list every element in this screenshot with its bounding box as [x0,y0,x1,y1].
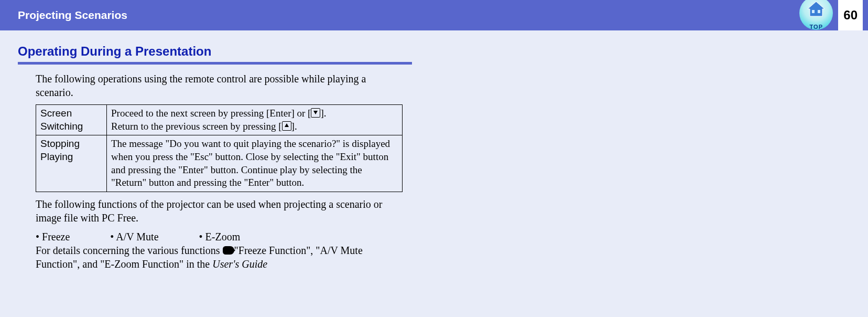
desc-text: Return to the previous screen by pressin… [111,121,282,132]
page-header-title: Projecting Scenarios [18,9,127,22]
desc-text: ]. [291,121,297,132]
content-area: Operating During a Presentation The foll… [0,30,414,271]
top-label: TOP [799,24,833,30]
svg-marker-0 [808,2,824,16]
bullet-row: • Freeze • A/V Mute • E-Zoom [36,230,403,244]
home-icon [807,2,826,17]
row-desc: The message "Do you want to quit playing… [107,135,403,192]
desc-text: ]. [320,108,326,119]
table-row: Stopping Playing The message "Do you wan… [36,135,403,192]
top-button[interactable]: TOP [799,0,833,32]
hand-pointer-icon [223,246,234,255]
bullet-label: Freeze [42,231,70,242]
page-number: 60 [838,0,863,30]
row-label: Stopping Playing [36,135,107,192]
operations-table: Screen Switching Proceed to the next scr… [36,104,403,192]
desc-text: Proceed to the next screen by pressing [… [111,108,311,119]
intro-text: The following operations using the remot… [36,72,403,99]
table-row: Screen Switching Proceed to the next scr… [36,105,403,135]
bullet-item: • Freeze [36,230,70,244]
bullet-label: E-Zoom [205,231,241,242]
bullet-label: A/V Mute [116,231,158,242]
bullet-item: • A/V Mute [110,230,158,244]
details-pre: For details concerning the various funct… [36,245,223,256]
svg-rect-1 [812,10,815,13]
header-bar: Projecting Scenarios TOP 60 [0,0,868,30]
row-desc: Proceed to the next screen by pressing [… [107,105,403,135]
details-text: For details concerning the various funct… [36,244,403,271]
svg-rect-2 [818,10,820,13]
down-key-icon [311,108,320,118]
after-table-text: The following functions of the projector… [36,197,403,225]
row-label: Screen Switching [36,105,107,135]
up-key-icon [282,121,291,131]
header-right: TOP 60 [799,0,863,32]
bullet-item: • E-Zoom [199,230,241,244]
guide-name: User's Guide [212,258,267,270]
section-rule [18,62,412,65]
section-title: Operating During a Presentation [18,44,414,59]
